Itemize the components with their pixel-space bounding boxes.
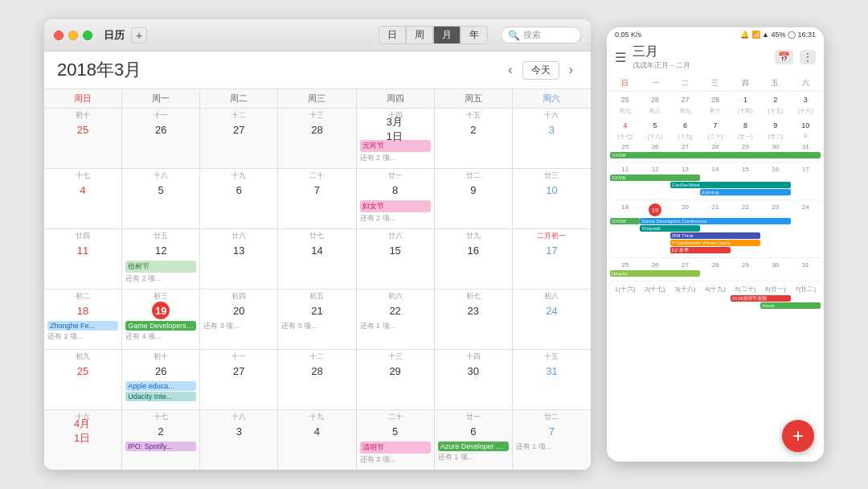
day-cell[interactable]: 十一27 <box>200 350 278 409</box>
event-bar[interactable]: SXSW <box>610 175 700 181</box>
day-cell[interactable]: 廿四11 <box>44 229 122 289</box>
android-fab[interactable]: + <box>782 420 814 452</box>
android-events-section[interactable]: 25 26 27 28 29 30 31 SXSW 11 12 13 14 15… <box>607 143 824 462</box>
day-cell[interactable]: 十五31 <box>513 350 591 409</box>
day-cell[interactable]: 十四3月1日 元宵节 还有 2 项... <box>357 109 435 168</box>
event-chip[interactable]: 植树节 <box>125 261 196 273</box>
day-cell[interactable]: 廿八15 <box>357 229 435 289</box>
android-day-num[interactable]: 10 <box>798 118 813 133</box>
day-cell[interactable]: 廿三10 <box>513 169 591 228</box>
day-cell[interactable]: 廿六13 <box>200 229 278 289</box>
android-day-num[interactable]: 28 <box>708 92 723 107</box>
event-bar[interactable]: Game Developers Conference <box>640 218 790 224</box>
day-cell[interactable]: 廿二7 还有 1 项... <box>513 410 591 470</box>
event-chip[interactable]: Game Developers Conference <box>125 321 196 331</box>
day-cell[interactable]: 初六22 还有 1 项... <box>357 290 435 349</box>
view-month-button[interactable]: 月 <box>433 26 461 44</box>
day-cell[interactable]: 廿七14 <box>278 229 356 289</box>
day-cell[interactable]: 十四30 <box>435 350 513 409</box>
maximize-button[interactable] <box>83 31 92 40</box>
day-cell[interactable]: 十二27 <box>200 109 278 168</box>
android-day-num[interactable]: 27 <box>678 92 693 107</box>
more-events[interactable]: 还有 1 项... <box>438 452 509 462</box>
search-box[interactable]: 🔍 搜索 <box>501 27 581 43</box>
day-cell[interactable]: 二月初一17 <box>513 229 591 289</box>
day-cell[interactable]: 初二18 Zhonghe Fe... 还有 2 项... <box>44 290 122 349</box>
minimize-button[interactable] <box>68 31 78 40</box>
day-cell[interactable]: 十三28 <box>278 109 356 168</box>
day-cell[interactable]: 十九6 <box>200 169 278 228</box>
day-cell[interactable]: 十三29 <box>357 350 435 409</box>
more-events[interactable]: 还有 5 项... <box>281 321 352 331</box>
android-day-num[interactable]: 26 <box>648 92 662 107</box>
event-bar[interactable]: SXSW <box>610 218 640 224</box>
event-bar[interactable]: Earning <box>700 189 790 195</box>
event-bar[interactable]: SXSW <box>610 152 821 158</box>
day-cell[interactable]: 二十5 清明节 还有 3 项... <box>357 410 435 470</box>
day-cell[interactable]: 初九25 <box>44 350 122 409</box>
android-day-num[interactable]: 25 <box>618 92 633 107</box>
android-day-num[interactable]: 6 <box>678 118 693 133</box>
event-chip[interactable]: Azure Developer Tour <box>438 442 509 451</box>
event-chip[interactable]: IPO: Spotify... <box>125 442 196 451</box>
event-chip[interactable]: Apple educa... <box>125 381 196 391</box>
view-year-button[interactable]: 年 <box>461 26 488 44</box>
day-cell[interactable]: 廿二9 <box>435 169 513 228</box>
day-cell[interactable]: 初三19 Game Developers Conference 还有 4 项..… <box>122 290 200 349</box>
day-cell[interactable]: 十六3 <box>513 109 591 168</box>
event-chip[interactable]: 清明节 <box>360 442 431 454</box>
day-cell[interactable]: 廿九16 <box>435 229 513 289</box>
event-bar[interactable]: Y Combinator Winter Demo <box>670 240 760 246</box>
android-day-num[interactable]: 1 <box>738 92 752 107</box>
more-events[interactable]: 还有 3 项... <box>203 321 274 331</box>
view-day-button[interactable]: 日 <box>379 26 406 44</box>
day-cell[interactable]: 十五2 <box>435 109 513 168</box>
event-bar[interactable]: E2 春季 <box>670 247 731 253</box>
close-button[interactable] <box>54 31 63 40</box>
event-bar[interactable]: Shoptalk <box>640 225 700 232</box>
today-button[interactable]: 今天 <box>522 61 559 80</box>
more-options-button[interactable]: ⋮ <box>800 50 816 64</box>
event-chip[interactable]: Zhonghe Fe... <box>47 321 118 331</box>
more-events[interactable]: 还有 3 项... <box>360 454 431 465</box>
day-cell[interactable]: 十八5 <box>122 169 200 228</box>
event-bar[interactable]: IBM Think <box>670 232 760 239</box>
day-cell[interactable]: 十六4月1日 <box>44 410 122 470</box>
day-cell[interactable]: 二十7 <box>278 169 356 228</box>
day-cell[interactable]: 十七4 <box>44 169 122 228</box>
add-event-button[interactable]: + <box>131 27 147 43</box>
day-cell[interactable]: 初四20 还有 3 项... <box>200 290 278 349</box>
day-cell[interactable]: 廿一8 妇女节 还有 2 项... <box>357 169 435 228</box>
event-bar[interactable]: CanSecWest <box>670 182 791 188</box>
day-cell[interactable]: 廿一6 Azure Developer Tour 还有 1 项... <box>435 410 513 470</box>
event-bar[interactable]: 2018清明节假期 <box>731 295 791 302</box>
day-cell[interactable]: 初十25 <box>44 109 122 168</box>
more-events[interactable]: 还有 2 项... <box>360 213 431 224</box>
day-cell[interactable]: 十一26 <box>122 109 200 168</box>
prev-month-button[interactable]: ‹ <box>503 61 517 79</box>
android-day-num[interactable]: 2 <box>768 92 783 107</box>
more-events[interactable]: 还有 4 项... <box>125 331 196 342</box>
day-cell[interactable]: 初八24 <box>513 290 591 349</box>
day-cell[interactable]: 十八3 <box>200 410 278 470</box>
event-bar[interactable]: Udacity <box>610 270 700 277</box>
day-cell[interactable]: 十九4 <box>278 410 356 470</box>
more-events[interactable]: 还有 2 项... <box>47 331 118 342</box>
day-cell[interactable]: 初十26 Apple educa... Udacity Inte... <box>122 350 200 409</box>
android-day-num[interactable]: 7 <box>708 118 723 133</box>
event-chip[interactable]: 妇女节 <box>360 200 431 212</box>
android-day-num[interactable]: 4 <box>618 118 633 133</box>
event-bar[interactable]: Azure <box>760 302 821 309</box>
next-month-button[interactable]: › <box>564 61 578 79</box>
more-events[interactable]: 还有 2 项... <box>125 273 196 284</box>
more-events[interactable]: 还有 2 项... <box>360 153 431 163</box>
view-week-button[interactable]: 周 <box>406 26 433 44</box>
more-events[interactable]: 还有 1 项... <box>516 442 588 452</box>
event-chip[interactable]: Udacity Inte... <box>125 392 196 401</box>
android-day-num[interactable]: 9 <box>768 118 783 133</box>
hamburger-icon[interactable]: ☰ <box>615 50 626 65</box>
more-events[interactable]: 还有 1 项... <box>360 321 431 331</box>
day-cell[interactable]: 初五21 还有 5 项... <box>278 290 356 349</box>
calendar-picker-button[interactable]: 📅 <box>775 50 793 64</box>
day-cell[interactable]: 廿五12 植树节 还有 2 项... <box>122 229 200 289</box>
